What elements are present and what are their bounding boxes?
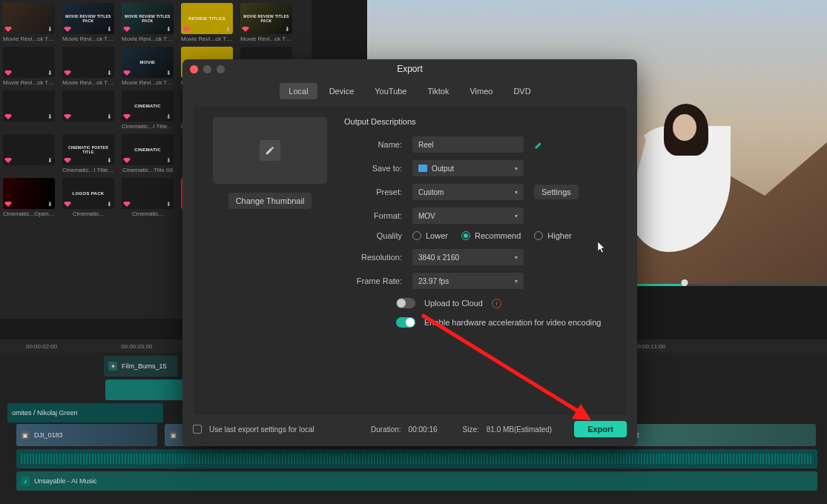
video-icon: ▣	[169, 431, 178, 440]
preset-settings-button[interactable]: Settings	[534, 185, 579, 199]
export-dialog: Export LocalDeviceYouTubeTiktokVimeoDVD …	[182, 59, 637, 446]
export-tabs: LocalDeviceYouTubeTiktokVimeoDVD	[182, 83, 637, 99]
name-input[interactable]	[418, 141, 518, 149]
media-thumbnail[interactable]: MOVIE⬇Movie Revi...ck Title 13	[122, 47, 174, 86]
premium-gem-icon	[123, 200, 131, 208]
thumbnail-label: Cinematic...I Title 09	[62, 167, 114, 173]
media-thumbnail[interactable]: CINEMATIC POSTER TITLE⬇Cinematic...I Tit…	[62, 134, 114, 173]
thumbnail-image: ⬇	[3, 3, 55, 34]
media-thumbnail[interactable]: LOGOS PACK⬇Cinematic...	[62, 178, 114, 217]
media-thumbnail[interactable]: ⬇Cinematic...Opener 09	[3, 178, 55, 217]
framerate-select[interactable]: 23.97 fps ▾	[412, 273, 524, 289]
thumbnail-overlay-text: MOVIE REVIEW TITLES PACK	[122, 14, 174, 23]
premium-gem-icon	[4, 25, 12, 33]
clip-audio-dark[interactable]	[16, 449, 817, 468]
quality-higher-radio[interactable]: Higher	[534, 231, 571, 240]
thumbnail-image: ⬇	[62, 47, 114, 78]
name-field[interactable]	[412, 136, 524, 153]
thumbnail-image: LOGOS PACK⬇	[62, 178, 114, 209]
media-thumbnail[interactable]: ⬇Movie Revi...ck Title 04	[3, 3, 55, 42]
size-label: Size:	[463, 425, 479, 434]
media-thumbnail[interactable]: ⬇	[3, 134, 55, 173]
download-icon[interactable]: ⬇	[46, 200, 53, 208]
svg-marker-6	[64, 70, 71, 76]
media-thumbnail[interactable]: CINEMATIC⬇Cinematic...Title 06	[122, 134, 174, 173]
export-tab-local[interactable]: Local	[280, 83, 317, 99]
thumbnail-label: Cinematic...	[62, 210, 114, 217]
thumbnail-label: Cinematic...Opener 09	[3, 210, 55, 217]
thumbnail-overlay-text: CINEMATIC	[133, 147, 162, 152]
thumbnail-overlay-text: MOVIE	[139, 60, 157, 64]
clip-video-a[interactable]: ▣ DJI_0183	[16, 424, 157, 446]
download-icon[interactable]: ⬇	[165, 156, 172, 164]
download-icon[interactable]: ⬇	[105, 69, 113, 76]
download-icon[interactable]: ⬇	[46, 25, 53, 33]
download-icon[interactable]: ⬇	[46, 156, 53, 164]
download-icon[interactable]: ⬇	[165, 69, 172, 76]
use-last-export-label: Use last export settings for local	[209, 425, 314, 434]
media-thumbnail[interactable]: ⬇Movie Revi...ck Title 01	[62, 47, 114, 86]
name-label: Name:	[349, 140, 402, 149]
premium-gem-icon	[64, 69, 71, 76]
clip-effect-burns[interactable]: ✦ Film_Burns_15	[104, 356, 178, 377]
premium-gem-icon	[64, 113, 71, 120]
download-icon[interactable]: ⬇	[165, 200, 172, 208]
thumbnail-image: MOVIE⬇	[122, 47, 174, 78]
info-icon[interactable]: i	[492, 299, 501, 308]
clip-music[interactable]: ♪ Unsayable - AI Music	[16, 471, 817, 491]
clip-audio-green[interactable]: omites / Nikolaj Green	[7, 403, 163, 422]
saveto-select[interactable]: Output ▾	[412, 160, 524, 176]
download-icon[interactable]: ⬇	[224, 25, 231, 33]
media-thumbnail[interactable]: MOVIE REVIEW TITLES PACK⬇Movie Revi...ck…	[62, 3, 114, 42]
upload-cloud-toggle[interactable]	[396, 298, 415, 308]
svg-marker-2	[123, 27, 131, 32]
hardware-accel-toggle[interactable]	[396, 317, 415, 328]
thumbnail-label: Movie Revi...ck Title 03	[240, 36, 292, 42]
export-tab-tiktok[interactable]: Tiktok	[419, 83, 458, 99]
rename-icon[interactable]	[534, 139, 544, 150]
thumbnail-preview[interactable]	[213, 117, 327, 184]
premium-gem-icon	[4, 69, 12, 76]
media-thumbnail[interactable]: MOVIE REVIEW TITLES PACK⬇Movie Revi...ck…	[122, 3, 174, 42]
chevron-down-icon: ▾	[515, 254, 518, 261]
download-icon[interactable]: ⬇	[105, 200, 113, 208]
preset-select[interactable]: Custom ▾	[412, 184, 524, 200]
use-last-export-checkbox[interactable]	[193, 425, 202, 434]
quality-recommend-radio[interactable]: Recommend	[461, 231, 521, 240]
download-icon[interactable]: ⬇	[165, 113, 172, 120]
export-button[interactable]: Export	[574, 421, 627, 437]
svg-marker-1	[64, 27, 71, 32]
media-thumbnail[interactable]: ⬇Cinematic...	[122, 178, 174, 217]
dialog-title: Export	[182, 64, 637, 74]
export-tab-device[interactable]: Device	[320, 83, 363, 99]
download-icon[interactable]: ⬇	[46, 113, 53, 120]
change-thumbnail-button[interactable]: Change Thumbnail	[228, 193, 312, 209]
media-thumbnail[interactable]: MOVIE REVIEW TITLES PACK⬇Movie Revi...ck…	[240, 3, 292, 42]
download-icon[interactable]: ⬇	[46, 69, 53, 76]
download-icon[interactable]: ⬇	[105, 156, 113, 164]
media-thumbnail[interactable]: REVIEW TITLES⬇Movie Revi...ck Title 11	[181, 3, 233, 42]
saveto-label: Save to:	[349, 164, 402, 173]
premium-gem-icon	[4, 200, 12, 208]
export-tab-vimeo[interactable]: Vimeo	[461, 83, 501, 99]
svg-marker-3	[182, 27, 190, 32]
thumbnail-overlay-text: LOGOS PACK	[71, 191, 106, 196]
thumbnail-label: Movie Revi...ck Title 13	[122, 79, 174, 86]
thumbnail-image: ⬇	[3, 178, 55, 209]
download-icon[interactable]: ⬇	[283, 25, 291, 33]
download-icon[interactable]: ⬇	[165, 25, 172, 33]
format-select[interactable]: MOV ▾	[412, 208, 524, 224]
media-thumbnail[interactable]: CINEMATIC⬇Cinematic...I Title 07	[122, 90, 174, 130]
thumbnail-label: Movie Revi...ck Title 01	[62, 79, 114, 86]
quality-lower-radio[interactable]: Lower	[412, 231, 448, 240]
edit-thumbnail-icon	[260, 140, 280, 161]
download-icon[interactable]: ⬇	[105, 113, 113, 120]
media-thumbnail[interactable]: ⬇Movie Revi...ck Title 02	[3, 47, 55, 86]
svg-marker-7	[123, 70, 131, 76]
download-icon[interactable]: ⬇	[105, 25, 113, 33]
media-thumbnail[interactable]: ⬇	[3, 90, 55, 130]
resolution-select[interactable]: 3840 x 2160 ▾	[412, 249, 524, 265]
export-tab-dvd[interactable]: DVD	[504, 83, 539, 99]
media-thumbnail[interactable]: ⬇	[62, 90, 114, 130]
export-tab-youtube[interactable]: YouTube	[366, 83, 415, 99]
